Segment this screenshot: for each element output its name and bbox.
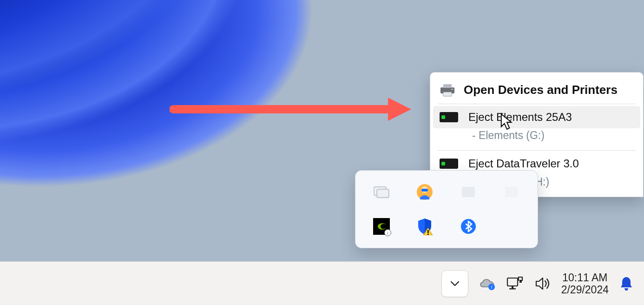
svg-rect-15 [427,234,429,235]
svg-rect-7 [377,189,389,198]
show-hidden-icons-button[interactable] [441,270,468,297]
taskbar-date: 2/29/2024 [561,284,609,296]
svg-rect-11 [462,187,475,197]
notifications-button[interactable] [615,272,637,295]
tray-hidden-app-a-button[interactable] [452,179,485,205]
svg-rect-20 [512,286,513,288]
svg-rect-12 [505,187,518,197]
speaker-icon [534,276,551,291]
svg-rect-3 [443,84,452,88]
svg-marker-1 [388,98,411,121]
tray-bluetooth-button[interactable] [452,213,485,239]
bluetooth-icon [460,219,476,234]
ethernet-icon [506,276,524,291]
bell-icon [619,276,634,292]
tray-defender-button[interactable] [408,213,442,239]
mouse-cursor-icon [500,113,514,131]
task-view-icon [374,186,389,199]
nvidia-icon: ↓ [373,218,390,235]
avatar-app-icon [416,184,433,200]
taskbar: i 10:11 AM 2/29/2024 [0,261,644,305]
svg-rect-19 [507,278,518,286]
svg-rect-10 [421,189,428,192]
system-tray-overflow-flyout: ↓ [355,170,538,248]
drive-icon [440,112,458,122]
eject-device-label: Eject Elements 25A3 [468,111,572,124]
separator [438,150,636,151]
drive-icon [440,159,458,169]
app-placeholder-icon [504,186,519,199]
svg-rect-4 [443,92,452,96]
tray-network-button[interactable] [504,272,526,295]
eject-device-volume-1[interactable]: - Elements (G:) [433,128,640,148]
separator [438,104,636,104]
cloud-sync-icon: i [478,277,496,291]
taskbar-clock[interactable]: 10:11 AM 2/29/2024 [557,272,613,296]
tray-onedrive-button[interactable]: i [476,272,498,295]
tray-hidden-app-b-button[interactable] [495,179,529,205]
tray-nvidia-button[interactable]: ↓ [365,213,398,239]
menu-header-label: Open Devices and Printers [464,83,618,97]
printer-icon [440,83,455,97]
open-devices-and-printers-item[interactable]: Open Devices and Printers [433,78,640,102]
svg-rect-22 [519,280,522,283]
taskbar-time: 10:11 AM [562,272,607,284]
defender-warning-icon [416,218,433,235]
app-placeholder-icon [460,186,476,199]
annotation-arrow-icon [170,93,416,126]
eject-device-item-1[interactable]: Eject Elements 25A3 [433,106,640,128]
svg-rect-21 [509,288,516,289]
eject-device-label: Eject DataTraveler 3.0 [468,157,579,170]
svg-rect-14 [427,230,429,233]
tray-volume-button[interactable] [532,272,554,295]
svg-point-5 [451,88,453,90]
tray-task-view-button[interactable] [365,179,398,205]
tray-avatar-app-button[interactable] [408,179,442,205]
chevron-down-icon [449,278,461,290]
